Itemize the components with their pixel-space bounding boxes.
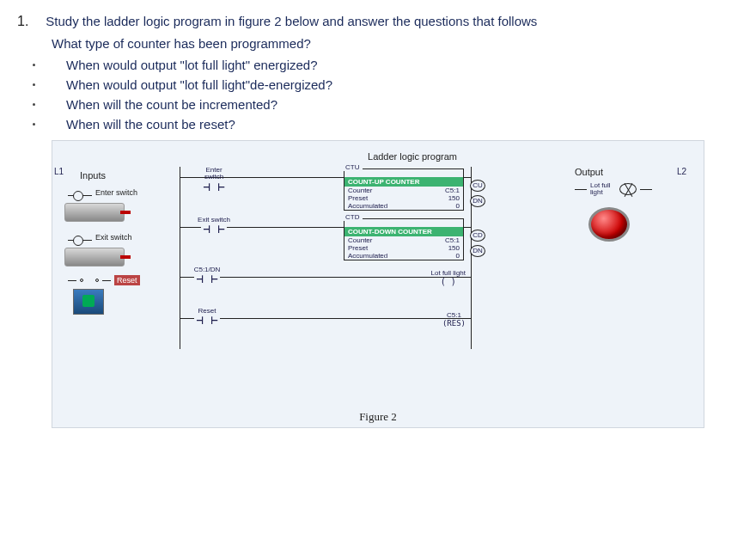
ctd-title: COUNT-DOWN COUNTER [344, 227, 463, 236]
ctu-acc-lbl: Accumulated [348, 202, 387, 210]
lot-full-light-symbol: Lot full light [575, 182, 686, 197]
ctd-acc-val: 0 [456, 252, 460, 260]
lot-full-coil: Lot full light ( ) [431, 270, 466, 286]
ctu-cu-output: CU [470, 180, 485, 192]
enter-switch-symbol: Enter switch [68, 189, 171, 201]
reset-button-image [73, 289, 104, 315]
ctu-preset-val: 150 [448, 194, 460, 202]
ctd-preset-val: 150 [448, 244, 460, 252]
ctu-title: COUNT-UP COUNTER [344, 177, 463, 187]
ctu-counter-lbl: Counter [348, 187, 372, 194]
exit-switch-image [64, 248, 125, 266]
ctd-preset-lbl: Preset [348, 244, 368, 252]
diagram-title: Ladder logic program [130, 151, 695, 162]
ctd-header: CTD [342, 213, 363, 221]
enter-switch-label: Enter switch [95, 189, 137, 197]
lamp-icon [619, 183, 637, 195]
ladder-diagram: Ladder logic program L1 Inputs Enter swi… [52, 140, 704, 428]
bullet-icon [33, 64, 35, 66]
bullet-1: When would output "lot full light" energ… [66, 58, 318, 72]
bullet-icon [33, 123, 35, 126]
inputs-header: Inputs [80, 170, 106, 181]
ctd-counter-lbl: Counter [348, 236, 372, 244]
figure-caption: Figure 2 [52, 410, 704, 424]
inputs-column: L1 Inputs Enter switch Exit switch Reset [59, 167, 171, 315]
outputs-header: Output [575, 167, 603, 177]
ctu-counter-val: C5:1 [445, 187, 460, 194]
ctd-counter-val: C5:1 [445, 236, 460, 244]
reset-coil: C5:1 (RES) [442, 311, 466, 328]
ctu-dn-output: DN [470, 195, 485, 207]
enter-switch-image [64, 203, 125, 222]
rung-3: C5:1/DN ⊣ ⊢ Lot full light ( ) [180, 266, 472, 308]
red-pilot-light-image [588, 207, 630, 242]
ctu-acc-val: 0 [456, 202, 460, 210]
outputs-column: Output L2 Lot full light [575, 167, 686, 242]
rung-4: Reset ⊣ ⊢ C5:1 (RES) [180, 308, 472, 349]
question-main: Study the ladder logic program in figure… [46, 14, 537, 29]
nopen-contact-icon: ⊣ ⊢ [201, 222, 226, 236]
reset-switch-symbol: Reset [68, 275, 171, 285]
rung-1: Enter switch ⊣ ⊢ CTU COUNT-UP COUNTER Co… [180, 167, 472, 217]
bullet-3: When will the count be incremented? [66, 97, 277, 112]
ctd-dn-output: DN [470, 245, 485, 257]
l2-label: L2 [677, 167, 686, 176]
ctu-preset-lbl: Preset [348, 194, 368, 202]
nopen-contact-icon: ⊣ ⊢ [194, 272, 219, 285]
exit-switch-symbol: Exit switch [68, 234, 171, 246]
nopen-contact-icon: ⊣ ⊢ [201, 180, 226, 193]
bullet-icon [33, 103, 35, 106]
reset-label: Reset [114, 275, 140, 285]
ctu-header: CTU [342, 163, 363, 171]
switch-contact-icon [68, 189, 92, 201]
ctd-block: CTD COUNT-DOWN COUNTER CounterC5:1 Prese… [344, 218, 464, 260]
question-number: 1. [17, 14, 28, 29]
ctd-acc-lbl: Accumulated [348, 252, 387, 260]
rung-2: Exit switch ⊣ ⊢ CTD COUNT-DOWN COUNTER C… [180, 217, 472, 266]
ctd-cd-output: CD [470, 230, 485, 242]
ladder-column: Enter switch ⊣ ⊢ CTU COUNT-UP COUNTER Co… [180, 167, 472, 349]
ctu-block: CTU COUNT-UP COUNTER CounterC5:1 Preset1… [344, 168, 464, 211]
switch-contact-icon [68, 234, 92, 246]
bullet-icon [33, 83, 35, 86]
sub-question-type: What type of counter has been programmed… [52, 36, 739, 51]
bullet-2: When would output "lot full light"de-ene… [66, 77, 332, 92]
l1-label: L1 [54, 167, 64, 176]
bullet-4: When will the count be reset? [66, 117, 235, 132]
nopen-contact-icon: ⊣ ⊢ [194, 313, 219, 327]
exit-switch-label: Exit switch [95, 234, 132, 242]
